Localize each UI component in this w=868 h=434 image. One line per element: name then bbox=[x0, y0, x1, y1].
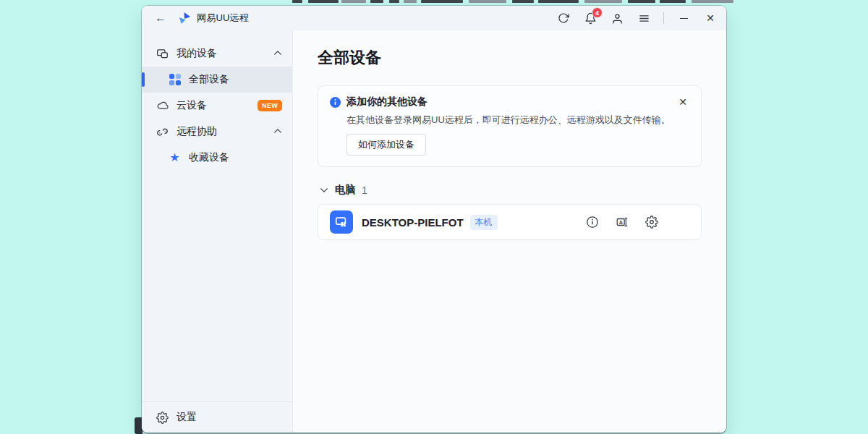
rename-icon: A bbox=[616, 216, 629, 229]
sidebar-item-all-devices[interactable]: 全部设备 bbox=[142, 67, 292, 93]
background-artifact bbox=[308, 0, 339, 3]
cloud-icon bbox=[156, 100, 169, 112]
background-artifact bbox=[389, 0, 399, 3]
banner-description: 在其他设备登录网易UU远程后，即可进行远程办公、远程游戏以及文件传输。 bbox=[346, 114, 689, 127]
local-machine-badge: 本机 bbox=[470, 215, 498, 230]
device-settings-button[interactable] bbox=[644, 215, 659, 229]
star-icon: ★ bbox=[169, 152, 181, 164]
remote-assist-icon bbox=[156, 126, 169, 138]
notifications-button[interactable]: 4 bbox=[582, 9, 599, 27]
all-devices-grid-icon bbox=[169, 74, 181, 86]
back-icon: ← bbox=[155, 12, 166, 25]
account-button[interactable] bbox=[608, 9, 626, 27]
info-icon bbox=[330, 97, 341, 108]
background-artifact bbox=[469, 0, 506, 3]
device-name: DESKTOP-PIELFOT bbox=[362, 216, 464, 229]
how-to-add-device-button[interactable]: 如何添加设备 bbox=[346, 134, 426, 156]
device-card[interactable]: DESKTOP-PIELFOT 本机 A bbox=[318, 204, 702, 240]
background-artifact bbox=[692, 0, 733, 3]
app-title: 网易UU远程 bbox=[197, 12, 249, 25]
sidebar-item-label: 云设备 bbox=[176, 99, 207, 112]
notification-badge: 4 bbox=[592, 7, 603, 18]
background-artifact bbox=[628, 0, 655, 3]
refresh-icon bbox=[558, 12, 569, 24]
sidebar-item-label: 我的设备 bbox=[176, 47, 217, 60]
sidebar: 我的设备 全部设备 bbox=[142, 30, 293, 433]
minimize-icon bbox=[680, 18, 688, 19]
banner-close-button[interactable]: ✕ bbox=[675, 94, 691, 110]
close-button[interactable]: ✕ bbox=[702, 9, 719, 27]
sidebar-item-my-devices[interactable]: 我的设备 bbox=[142, 41, 292, 67]
minimize-button[interactable] bbox=[675, 9, 692, 27]
device-group-header[interactable]: 电脑 1 bbox=[318, 184, 702, 197]
sidebar-item-favorite-devices[interactable]: ★ 收藏设备 bbox=[142, 145, 292, 171]
info-circle-icon bbox=[586, 216, 599, 229]
sidebar-item-settings[interactable]: 设置 bbox=[142, 402, 292, 433]
background-artifact bbox=[512, 0, 534, 3]
menu-button[interactable] bbox=[635, 9, 652, 27]
titlebar: ← 网易UU远程 4 bbox=[142, 6, 726, 30]
background-artifact bbox=[370, 0, 383, 3]
background-artifact bbox=[538, 0, 579, 3]
background-artifact bbox=[421, 0, 463, 3]
chevron-up-icon bbox=[273, 126, 282, 137]
banner-title: 添加你的其他设备 bbox=[346, 95, 427, 109]
close-icon: ✕ bbox=[706, 12, 715, 24]
chevron-down-icon bbox=[320, 186, 328, 195]
sidebar-item-label: 收藏设备 bbox=[189, 151, 229, 164]
background-artifact bbox=[404, 0, 417, 3]
add-device-banner: 添加你的其他设备 在其他设备登录网易UU远程后，即可进行远程办公、远程游戏以及文… bbox=[318, 85, 702, 167]
gear-icon bbox=[156, 412, 169, 424]
computer-icon bbox=[330, 210, 353, 234]
background-artifact bbox=[660, 0, 686, 3]
new-badge: NEW bbox=[258, 100, 282, 111]
app-logo-icon bbox=[178, 12, 192, 25]
background-artifact bbox=[341, 0, 366, 3]
gear-icon bbox=[645, 216, 658, 229]
sidebar-item-label: 全部设备 bbox=[189, 73, 229, 86]
devices-icon bbox=[156, 48, 169, 60]
page-title: 全部设备 bbox=[318, 47, 702, 69]
back-button[interactable]: ← bbox=[150, 9, 171, 27]
sidebar-item-remote-assist[interactable]: 远程协助 bbox=[142, 119, 292, 145]
sidebar-item-label: 远程协助 bbox=[176, 125, 217, 138]
background-artifact bbox=[584, 0, 622, 3]
device-rename-button[interactable]: A bbox=[615, 215, 629, 229]
device-group-count: 1 bbox=[362, 184, 367, 196]
device-group-label: 电脑 bbox=[335, 184, 355, 197]
sidebar-item-cloud-devices[interactable]: 云设备 NEW bbox=[142, 93, 292, 119]
titlebar-separator bbox=[663, 12, 664, 24]
app-window: ← 网易UU远程 4 bbox=[142, 6, 726, 433]
user-icon bbox=[611, 12, 624, 25]
refresh-button[interactable] bbox=[555, 9, 572, 27]
settings-label: 设置 bbox=[176, 411, 197, 424]
svg-text:A: A bbox=[619, 219, 623, 226]
background-artifact bbox=[292, 0, 302, 3]
hamburger-menu-icon bbox=[638, 12, 650, 25]
close-icon: ✕ bbox=[678, 96, 687, 108]
chevron-up-icon bbox=[273, 48, 282, 59]
device-info-button[interactable] bbox=[585, 215, 600, 229]
main-panel: 全部设备 添加你的其他设备 在其他设备登录网易UU远程后，即可进行远程办公、远程… bbox=[293, 30, 726, 433]
